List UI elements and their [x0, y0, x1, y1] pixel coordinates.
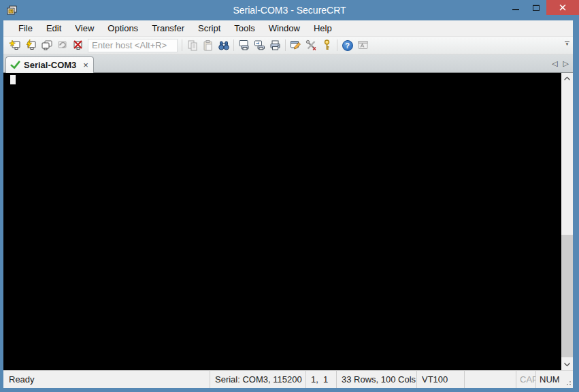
connect-in-tab-button[interactable]: [39, 38, 54, 53]
session-options-icon: [289, 39, 302, 52]
grip-dot: [569, 381, 571, 382]
menu-script[interactable]: Script: [191, 20, 227, 36]
client-area: File Edit View Options Transfer Script T…: [3, 20, 573, 388]
disconnect-button[interactable]: [70, 38, 86, 53]
window-controls: [506, 0, 579, 15]
global-options-icon: [305, 39, 318, 52]
toolbar-overflow-icon: ▼: [565, 42, 569, 46]
toolbar-overflow-button[interactable]: ▼: [563, 42, 571, 46]
app-icon[interactable]: [5, 4, 18, 16]
reconnect-button: [54, 38, 70, 53]
scroll-up-button[interactable]: [561, 73, 573, 84]
find-icon: [218, 39, 230, 52]
tab-scroll-right-icon[interactable]: ▷: [563, 59, 569, 68]
print-button[interactable]: [236, 38, 252, 53]
terminal-cursor: [10, 75, 16, 84]
copy-icon: [186, 39, 199, 52]
grip-dot: [569, 384, 571, 385]
toolbar-separator: [337, 39, 337, 51]
terminal-row: [3, 73, 573, 370]
toolbar: ? ▼: [3, 37, 573, 54]
close-icon: [559, 3, 567, 12]
connected-check-icon: [10, 60, 20, 70]
tab-scroll-arrows: ◁ ▷: [552, 54, 569, 73]
scrollbar-thumb[interactable]: [561, 235, 573, 357]
tab-scroll-left-icon[interactable]: ◁: [552, 59, 557, 68]
tabbar: Serial-COM3 × ◁ ▷: [3, 54, 573, 73]
menu-file[interactable]: File: [12, 20, 39, 36]
paste-icon: [202, 39, 214, 52]
toolbar-separator: [285, 39, 286, 51]
tab-label: Serial-COM3: [24, 60, 76, 70]
menu-tools[interactable]: Tools: [227, 20, 261, 36]
chevron-up-icon: [563, 76, 571, 81]
print-icon: [237, 39, 250, 52]
status-cursor-position: 1, 1: [305, 371, 336, 388]
key-icon: [320, 39, 333, 52]
toolbar-separator: [182, 39, 182, 51]
menu-help[interactable]: Help: [307, 20, 339, 36]
auto-print-icon: [253, 39, 266, 52]
minimize-icon: [512, 9, 519, 10]
chevron-down-icon: [563, 362, 571, 367]
quick-connect-icon: [9, 39, 22, 52]
statusbar: Ready Serial: COM3, 115200 1, 1 33 Rows,…: [3, 370, 573, 388]
status-emulation: VT100: [416, 371, 464, 388]
maximize-icon: [533, 5, 540, 11]
close-button[interactable]: [546, 0, 579, 15]
help-button[interactable]: ?: [340, 38, 355, 53]
reconnect-icon: [56, 39, 69, 52]
status-ready: Ready: [3, 371, 210, 388]
maximize-button[interactable]: [526, 0, 546, 15]
titlebar[interactable]: Serial-COM3 - SecureCRT: [0, 0, 579, 20]
window-title: Serial-COM3 - SecureCRT: [0, 0, 579, 20]
scrollbar-track[interactable]: [561, 84, 573, 359]
menu-window[interactable]: Window: [262, 20, 307, 36]
connect-in-tab-icon: [40, 39, 53, 52]
print-setup-icon: [269, 39, 282, 52]
status-spare: [464, 371, 516, 388]
menu-transfer[interactable]: Transfer: [145, 20, 191, 36]
connect-button[interactable]: [23, 38, 39, 53]
key-generation-button[interactable]: [319, 38, 335, 53]
quick-connect-button[interactable]: [7, 38, 23, 53]
find-button[interactable]: [216, 38, 231, 53]
status-connection: Serial: COM3, 115200: [210, 371, 305, 388]
connect-icon: [24, 39, 37, 52]
toolbar-separator: [233, 39, 234, 51]
disconnect-icon: [71, 39, 84, 52]
menu-edit[interactable]: Edit: [39, 20, 68, 36]
menu-view[interactable]: View: [68, 20, 101, 36]
menu-options[interactable]: Options: [101, 20, 145, 36]
session-options-button[interactable]: [288, 38, 303, 53]
securecrt-window: Serial-COM3 - SecureCRT File Edit View O…: [0, 0, 579, 392]
grip-dot: [567, 384, 568, 385]
launch-application-button: [355, 38, 371, 53]
copy-button: [184, 38, 200, 53]
vertical-scrollbar[interactable]: [561, 73, 573, 370]
print-setup-button[interactable]: [267, 38, 283, 53]
global-options-button[interactable]: [303, 38, 319, 53]
launch-application-icon: [357, 39, 369, 52]
status-terminal-size: 33 Rows, 100 Cols: [336, 371, 416, 388]
tab-close-icon[interactable]: ×: [83, 61, 88, 69]
menubar: File Edit View Options Transfer Script T…: [3, 20, 573, 37]
paste-button: [200, 38, 216, 53]
status-caps-lock: CAP: [516, 371, 535, 388]
status-num-lock: NUM: [535, 371, 563, 388]
minimize-button[interactable]: [506, 0, 526, 15]
help-icon: ?: [342, 40, 353, 51]
scroll-down-button[interactable]: [561, 359, 573, 370]
terminal-screen[interactable]: [3, 73, 561, 370]
host-input[interactable]: [88, 39, 178, 52]
tab-serial-com3[interactable]: Serial-COM3 ×: [5, 56, 94, 73]
auto-print-button[interactable]: [252, 38, 267, 53]
resize-grip[interactable]: [563, 371, 573, 388]
